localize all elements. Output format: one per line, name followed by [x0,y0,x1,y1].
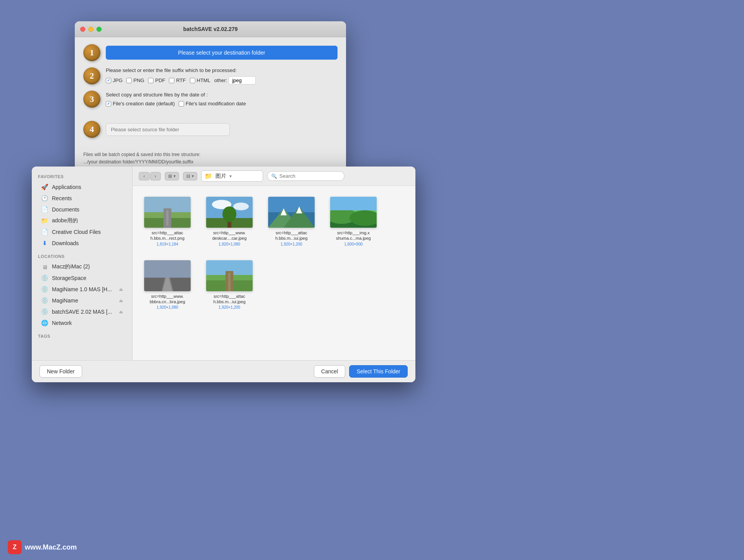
step-2-content: Please select or enter the file suffix w… [106,67,338,84]
imac-icon: 🖥 [41,263,48,270]
search-input[interactable] [279,173,340,179]
sidebar-item-documents[interactable]: 📄 Documents [35,204,129,215]
source-folder-input[interactable] [106,123,230,136]
step-2-label: Please select or enter the file suffix w… [106,67,338,73]
checkbox-creation-date[interactable]: File's creation date (default) [106,101,175,107]
file-name: src=http___attach.bbs.m...rect.png [150,230,184,241]
locations-label: Locations [32,254,132,261]
cancel-button[interactable]: Cancel [314,365,346,378]
file-item[interactable]: src=http___attach.bbs.m...rect.png 1,819… [140,194,195,249]
maginame2-icon: 💿 [41,297,48,304]
modification-date-checkbox[interactable] [179,101,184,107]
traffic-lights [80,27,102,32]
checkbox-modification-date[interactable]: File's last modification date [179,101,246,107]
svg-rect-31 [228,273,231,291]
new-folder-button[interactable]: New Folder [40,365,82,378]
file-name: src=http___attach.bbs.m...iui.jpeg [213,294,245,305]
jpg-checkbox[interactable] [106,78,111,83]
modification-date-label: File's last modification date [186,101,246,107]
file-dims: 1,819×1,184 [157,242,178,246]
close-button[interactable] [80,27,85,32]
sidebar-item-creative-cloud[interactable]: 📄 Creative Cloud Files [35,227,129,237]
png-checkbox[interactable] [126,78,132,83]
file-thumbnail [206,197,253,228]
path-box[interactable]: 📁 图片 ▾ [201,170,263,182]
maginame1-label: MagiName 1.0 MAS [H... [52,286,112,292]
sidebar-item-imac[interactable]: 🖥 Macz的iMac (2) [35,261,129,272]
sidebar-item-recents[interactable]: 🕐 Recents [35,193,129,204]
list-chevron: ▾ [192,174,194,178]
png-label: PNG [133,77,144,83]
file-thumbnail [268,197,315,228]
rtf-label: RTF [176,77,186,83]
file-dims: 1,600×900 [344,242,363,246]
select-folder-button[interactable]: Select This Folder [349,365,408,378]
html-label: HTML [197,77,210,83]
rtf-checkbox[interactable] [169,78,174,83]
maginame2-label: MagiName [52,297,78,304]
step-3-content: Select copy and structure files by the d… [106,92,338,107]
macz-logo: Z [8,540,22,554]
sidebar: Favorites 🚀 Applications 🕐 Recents 📄 Doc… [32,167,133,360]
pdf-label: PDF [155,77,165,83]
batchsave-eject-icon[interactable]: ⏏ [119,309,123,314]
step-4-content [106,123,297,136]
step-3-row: 3 Select copy and structure files by the… [83,91,338,108]
maginame2-eject-icon[interactable]: ⏏ [119,298,123,303]
maximize-button[interactable] [96,27,102,32]
svg-rect-4 [166,210,169,226]
file-name: src=http___img.xshuma.c...ma.jpeg [336,230,371,241]
checkbox-jpg[interactable]: JPG [106,77,122,83]
sidebar-item-maginame2[interactable]: 💿 MagiName ⏏ [35,295,129,306]
sidebar-item-maginame1[interactable]: 💿 MagiName 1.0 MAS [H... ⏏ [35,284,129,295]
downloads-label: Downloads [52,240,79,246]
sidebar-item-downloads[interactable]: ⬇ Downloads [35,238,129,249]
network-label: Network [52,320,72,326]
list-view-button[interactable]: ⊟ ▾ [183,172,197,180]
search-box[interactable]: 🔍 [267,171,344,181]
file-item[interactable]: src=http___attach.bbs.m...iui.jpeg 1,920… [202,257,257,313]
checkbox-html[interactable]: HTML [190,77,210,83]
file-item[interactable]: src=http___www.deskcar....car.jpeg 1,920… [202,194,257,249]
file-item[interactable]: src=http___attach.bbs.m...iui.jpeg 1,920… [264,194,319,249]
back-button[interactable]: ‹ [139,172,150,180]
creation-date-checkbox[interactable] [106,101,111,107]
sidebar-item-adobe[interactable]: 📁 adobe用的 [35,215,129,226]
downloads-icon: ⬇ [41,240,48,247]
sidebar-item-network[interactable]: 🌐 Network [35,318,129,328]
sidebar-item-batchsave[interactable]: 💿 batchSAVE 2.02 MAS [... ⏏ [35,306,129,317]
step-4-badge: 4 [83,121,100,138]
adobe-label: adobe用的 [52,217,78,224]
minimize-button[interactable] [88,27,93,32]
step-2-badge: 2 [83,67,100,84]
tree-info: Files will be batch copied & saved into … [83,151,338,166]
html-checkbox[interactable] [190,78,195,83]
checkbox-rtf[interactable]: RTF [169,77,186,83]
file-dims: 1,920×1,080 [157,305,178,309]
path-folder-icon: 📁 [205,172,212,180]
checkbox-pdf[interactable]: PDF [148,77,165,83]
recents-label: Recents [52,195,72,201]
grid-view-button[interactable]: ⊞ ▾ [165,172,179,180]
file-thumbnail [144,260,191,291]
maginame1-eject-icon[interactable]: ⏏ [119,287,123,292]
select-destination-button[interactable]: Please select your destination folder [106,46,338,60]
pdf-checkbox[interactable] [148,78,153,83]
documents-label: Documents [52,206,79,213]
step-1-row: 1 Please select your destination folder [83,44,338,61]
checkbox-png[interactable]: PNG [126,77,144,83]
creation-date-label: File's creation date (default) [113,101,175,107]
file-item[interactable]: src=http___www.bbbra.cn...bra.jpeg 1,920… [140,257,195,313]
svg-point-10 [222,206,236,222]
sidebar-item-storage[interactable]: 💿 StorageSpace [35,273,129,283]
sidebar-item-applications[interactable]: 🚀 Applications [35,182,129,192]
file-item[interactable]: src=http___img.xshuma.c...ma.jpeg 1,600×… [326,194,381,249]
maginame1-icon: 💿 [41,286,48,293]
app-window: batchSAVE v2.02.279 1 Please select your… [75,21,346,189]
other-input[interactable] [229,76,256,84]
path-label: 图片 [215,173,226,180]
file-thumbnail [144,197,191,228]
forward-button[interactable]: › [150,172,161,180]
file-thumbnail [330,197,377,228]
picker-main: ‹ › ⊞ ▾ ⊟ ▾ 📁 图片 ▾ 🔍 [133,167,415,360]
